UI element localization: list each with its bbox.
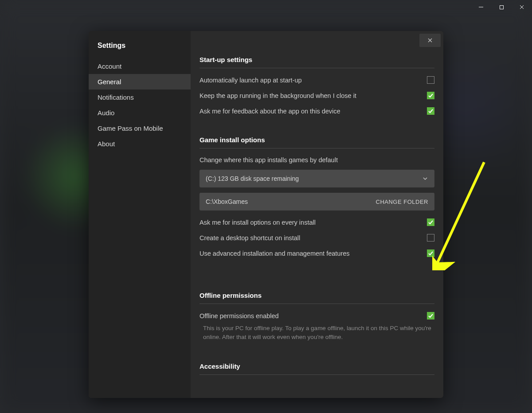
offline-enabled-row: Offline permissions enabled	[200, 312, 434, 319]
close-icon	[519, 4, 524, 10]
sidebar-item-gamepass-mobile[interactable]: Game Pass on Mobile	[89, 121, 191, 136]
install-advanced-row: Use advanced installation and management…	[200, 249, 434, 257]
install-shortcut-checkbox[interactable]	[427, 234, 434, 242]
settings-sidebar: Settings Account General Notifications A…	[89, 31, 191, 398]
chevron-down-icon	[422, 175, 428, 182]
install-advanced-label: Use advanced installation and management…	[200, 250, 350, 257]
settings-content: Start-up settings Automatically launch a…	[191, 31, 443, 398]
startup-background-label: Keep the app running in the background w…	[200, 92, 356, 99]
section-accessibility-header: Accessibility	[200, 362, 434, 375]
sidebar-title: Settings	[89, 39, 191, 58]
install-shortcut-row: Create a desktop shortcut on install	[200, 234, 434, 242]
startup-background-checkbox[interactable]	[427, 92, 434, 99]
sidebar-item-about[interactable]: About	[89, 136, 191, 152]
minimize-icon	[478, 4, 484, 10]
window-close-button[interactable]	[512, 0, 532, 14]
startup-auto-launch-checkbox[interactable]	[427, 76, 434, 84]
sidebar-item-notifications[interactable]: Notifications	[89, 90, 191, 105]
sidebar-item-audio[interactable]: Audio	[89, 105, 191, 121]
maximize-icon	[499, 5, 504, 10]
install-folder-path: C:\XboxGames	[206, 198, 248, 205]
settings-modal: Settings Account General Notifications A…	[89, 31, 443, 398]
svg-rect-1	[500, 5, 503, 9]
section-install-header: Game install options	[200, 136, 434, 148]
install-drive-dropdown[interactable]: (C:) 123 GB disk space remaining	[200, 170, 434, 187]
section-offline-header: Offline permissions	[200, 292, 434, 304]
change-folder-button[interactable]: CHANGE FOLDER	[376, 199, 428, 205]
settings-close-button[interactable]	[419, 34, 441, 47]
install-ask-row: Ask me for install options on every inst…	[200, 218, 434, 226]
startup-auto-launch-row: Automatically launch app at start-up	[200, 76, 434, 84]
offline-enabled-label: Offline permissions enabled	[200, 312, 279, 319]
startup-background-row: Keep the app running in the background w…	[200, 92, 434, 99]
install-shortcut-label: Create a desktop shortcut on install	[200, 234, 300, 242]
offline-desc: This is your PC for offline play. To pla…	[200, 324, 434, 341]
install-folder-row: C:\XboxGames CHANGE FOLDER	[200, 193, 434, 210]
install-drive-label: (C:) 123 GB disk space remaining	[206, 175, 299, 182]
close-icon	[427, 37, 433, 43]
install-ask-label: Ask me for install options on every inst…	[200, 219, 316, 226]
sidebar-item-general[interactable]: General	[89, 74, 191, 90]
install-desc: Change where this app installs games by …	[200, 156, 434, 164]
window-minimize-button[interactable]	[471, 0, 491, 14]
install-ask-checkbox[interactable]	[427, 218, 434, 226]
sidebar-item-account[interactable]: Account	[89, 58, 191, 74]
startup-feedback-label: Ask me for feedback about the app on thi…	[200, 108, 340, 115]
window-maximize-button[interactable]	[491, 0, 512, 14]
offline-enabled-checkbox[interactable]	[427, 312, 434, 319]
startup-auto-launch-label: Automatically launch app at start-up	[200, 77, 302, 84]
startup-feedback-checkbox[interactable]	[427, 107, 434, 115]
startup-feedback-row: Ask me for feedback about the app on thi…	[200, 107, 434, 115]
section-startup-header: Start-up settings	[200, 56, 434, 68]
window-controls	[471, 0, 532, 14]
install-advanced-checkbox[interactable]	[427, 249, 434, 257]
